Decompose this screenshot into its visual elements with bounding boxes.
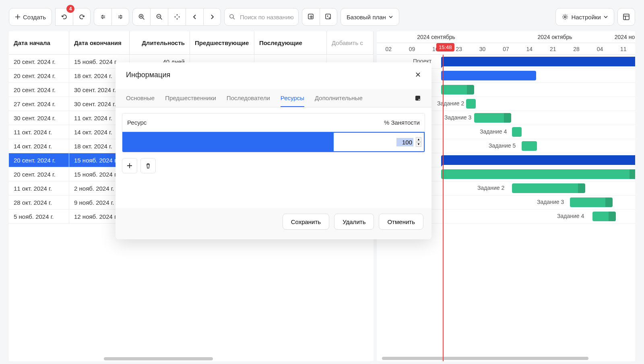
tab-notes[interactable] (415, 89, 421, 107)
month-label: 2024 сентябрь (377, 34, 495, 40)
cell-start[interactable]: 20 сент. 2024 г. (9, 69, 69, 82)
resource-header: Ресурс % Занятости (122, 113, 425, 132)
day-label: 21 (541, 46, 565, 52)
resource-value-cell[interactable]: ▲ ▼ (333, 132, 425, 152)
cell-start[interactable]: 11 окт. 2024 г. (9, 181, 69, 195)
indent-button[interactable] (111, 8, 129, 26)
gantt-bar[interactable] (592, 212, 616, 221)
gantt-bar[interactable] (522, 141, 537, 151)
plus-icon (15, 14, 21, 20)
spinner-down[interactable]: ▼ (416, 142, 421, 147)
tab-successors[interactable]: Последователи (227, 89, 270, 107)
day-label: 14 (518, 46, 541, 52)
day-label: 11 (612, 46, 635, 52)
grid-scrollbar[interactable] (9, 356, 374, 361)
trash-icon (145, 163, 151, 169)
cell-start[interactable]: 28 окт. 2024 г. (9, 195, 69, 209)
zoom-in-icon (138, 13, 145, 21)
gantt-scrollbar[interactable] (377, 357, 635, 360)
tab-predecessors[interactable]: Предшественники (165, 89, 216, 107)
gantt-bar[interactable] (441, 71, 536, 80)
outdent-icon (100, 14, 106, 20)
gantt-bar[interactable] (466, 99, 476, 109)
add-resource-button[interactable] (122, 158, 137, 173)
bar-label: Задание 2 (477, 185, 504, 191)
gantt-bar[interactable] (441, 85, 474, 95)
toolbar: Создать 4 Базовый план Настройки (0, 0, 644, 31)
layout-icon (623, 13, 630, 21)
spinner-up[interactable]: ▲ (416, 137, 421, 142)
svg-rect-7 (623, 14, 629, 20)
cell-start[interactable]: 5 нояб. 2024 г. (9, 210, 69, 223)
gantt-bar[interactable] (512, 183, 585, 193)
cell-start[interactable]: 20 сент. 2024 г. (9, 153, 69, 167)
zoom-in-button[interactable] (132, 8, 150, 26)
save-button[interactable]: Сохранить (283, 214, 330, 230)
resource-actions (122, 152, 425, 179)
expand-button[interactable] (302, 8, 320, 26)
gantt-bar[interactable] (570, 197, 613, 207)
modal-close-button[interactable]: ✕ (415, 70, 421, 79)
col-successors[interactable]: Последующие (254, 31, 327, 54)
cell-start[interactable]: 27 сент. 2024 г. (9, 97, 69, 111)
gantt-bar[interactable] (441, 169, 635, 179)
cell-start[interactable]: 14 окт. 2024 г. (9, 139, 69, 153)
plus-icon (127, 163, 132, 169)
day-label: 04 (588, 46, 611, 52)
col-start[interactable]: Дата начала (9, 31, 69, 54)
resource-table: Ресурс % Занятости ▲ ▼ (122, 113, 425, 152)
baseline-button[interactable]: Базовый план (341, 8, 399, 26)
gantt-bar[interactable] (441, 155, 635, 165)
redo-icon (78, 13, 85, 21)
cell-start[interactable]: 30 сент. 2024 г. (9, 111, 69, 125)
modal-title: Информация (126, 71, 170, 79)
cell-start[interactable]: 11 окт. 2024 г. (9, 125, 69, 139)
zoom-fit-icon (173, 13, 181, 21)
outdent-button[interactable] (94, 8, 111, 26)
cancel-button[interactable]: Отменить (379, 214, 423, 230)
undo-icon (61, 13, 68, 21)
col-predecessors[interactable]: Предшествующие (190, 31, 254, 54)
col-duration[interactable]: Длительность (130, 31, 190, 54)
collapse-button[interactable] (320, 8, 337, 26)
cell-start[interactable]: 20 сент. 2024 г. (9, 55, 69, 68)
bar-label: Задание 4 (480, 128, 507, 135)
next-button[interactable] (203, 8, 221, 26)
gantt-bar[interactable] (441, 57, 635, 66)
col-busy[interactable]: % Занятости (379, 113, 425, 132)
tab-general[interactable]: Основные (126, 89, 155, 107)
prev-button[interactable] (186, 8, 203, 26)
view-group (302, 8, 337, 26)
resource-percent-input[interactable] (396, 138, 413, 146)
tab-advanced[interactable]: Дополнительные (315, 89, 363, 107)
grid-header: Дата начала Дата окончания Длительность … (9, 31, 374, 55)
bar-label: Задание 3 (537, 199, 564, 205)
zoom-fit-button[interactable] (168, 8, 186, 26)
col-resource[interactable]: Ресурс (122, 113, 151, 132)
gantt-bar[interactable] (474, 113, 511, 123)
chevron-left-icon (192, 14, 198, 20)
cell-start[interactable]: 20 сент. 2024 г. (9, 167, 69, 181)
col-add[interactable]: Добавить с (327, 31, 374, 54)
day-label: 30 (471, 46, 494, 52)
cell-start[interactable]: 20 сент. 2024 г. (9, 83, 69, 97)
settings-button[interactable]: Настройки (555, 8, 614, 26)
create-button[interactable]: Создать (9, 8, 52, 26)
zoom-out-icon (156, 13, 163, 21)
delete-resource-button[interactable] (140, 158, 156, 173)
delete-button[interactable]: Удалить (334, 214, 374, 230)
resource-name-cell[interactable] (122, 132, 333, 152)
resource-row[interactable]: ▲ ▼ (122, 132, 425, 152)
gantt-bar[interactable] (512, 127, 522, 137)
create-label: Создать (23, 14, 46, 21)
col-end[interactable]: Дата окончания (69, 31, 130, 54)
day-label: 07 (494, 46, 518, 52)
zoom-out-button[interactable] (150, 8, 168, 26)
tab-resources[interactable]: Ресурсы (281, 89, 304, 107)
spinner: ▲ ▼ (416, 137, 421, 147)
info-modal: Информация ✕ Основные Предшественники По… (116, 62, 431, 239)
chevron-down-icon (603, 14, 608, 19)
layout-button[interactable] (617, 8, 635, 26)
indent-icon (117, 14, 124, 20)
redo-button[interactable] (73, 8, 91, 26)
